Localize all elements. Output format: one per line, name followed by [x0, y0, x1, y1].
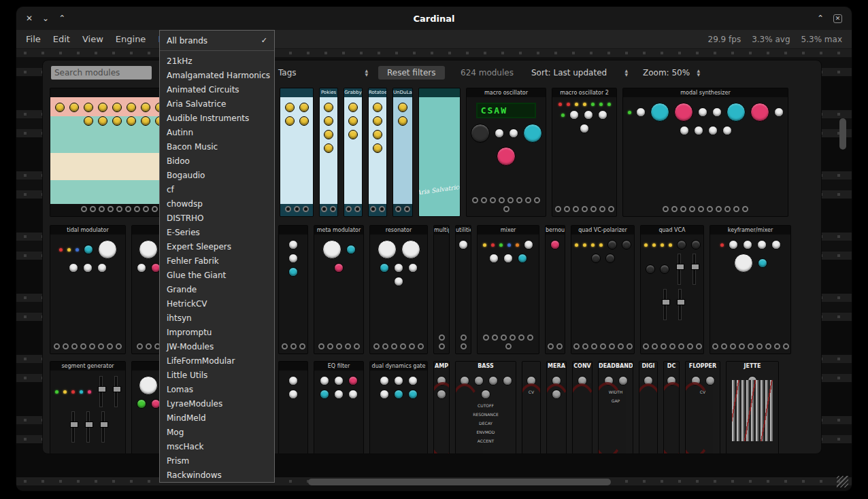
brand-menu-item[interactable]: Bogaudio	[160, 168, 274, 182]
brand-menu-item[interactable]: Expert Sleepers	[160, 239, 274, 254]
brand-menu-item[interactable]: Lomas	[160, 382, 274, 396]
module-tile[interactable]: utilities	[455, 225, 471, 354]
module-tile[interactable]: CV	[522, 361, 541, 453]
brand-menu-item[interactable]: HetrickCV	[160, 296, 274, 311]
keep-above-icon[interactable]: ⌃	[817, 14, 824, 23]
brand-menu-item[interactable]: LyraeModules	[160, 396, 274, 411]
brand-menu-item[interactable]: ihtsyn	[160, 311, 274, 325]
module-tile[interactable]: Aria Salvatrice	[418, 88, 461, 217]
led-icon	[575, 243, 578, 247]
led-icon	[652, 243, 656, 247]
module-tile[interactable]: tidal modulator	[50, 225, 126, 354]
module-tile[interactable]: dual dynamics gate	[369, 361, 428, 453]
port-icon	[54, 343, 60, 349]
module-tile[interactable]: keyframer/mixer	[710, 225, 791, 354]
brand-menu-item[interactable]: Little Utils	[160, 368, 274, 382]
module-tile[interactable]: Grabby	[344, 88, 363, 217]
chevron-down-icon[interactable]: ⌄	[42, 14, 49, 23]
knob-icon	[373, 143, 382, 153]
vertical-scrollbar-thumb[interactable]	[839, 118, 846, 150]
close-icon[interactable]: ✕	[26, 14, 33, 23]
horizontal-scrollbar-thumb[interactable]	[308, 479, 611, 485]
horizontal-scrollbar[interactable]	[26, 479, 814, 485]
module-tile[interactable]: segment generator	[50, 361, 126, 453]
port-icon	[137, 343, 143, 349]
module-tile[interactable]: EQ filter	[314, 361, 364, 453]
module-tile[interactable]: resonator	[369, 225, 428, 354]
menubar-item-edit[interactable]: Edit	[53, 34, 70, 44]
module-tile[interactable]: multiples	[433, 225, 450, 354]
brand-menu-item[interactable]: LifeFormModular	[160, 354, 274, 368]
brand-menu-item[interactable]: All brands✓	[160, 33, 274, 48]
resize-grip-icon[interactable]	[837, 476, 848, 487]
brand-menu-item[interactable]: Grande	[160, 282, 274, 296]
module-tile[interactable]: quad VCA	[640, 225, 704, 354]
module-tile[interactable]: macro oscillator 2	[552, 88, 617, 217]
brand-menu-item[interactable]: chowdsp	[160, 196, 274, 211]
brand-menu-item[interactable]: Animated Circuits	[160, 82, 274, 97]
module-tile[interactable]	[280, 88, 314, 217]
module-tile[interactable]: Pokies	[319, 88, 338, 217]
sort-dropdown[interactable]: Sort: Last updated ▲ ▼	[529, 66, 631, 80]
brand-menu-item[interactable]: Rackwindows	[160, 468, 274, 482]
module-panel	[456, 235, 471, 332]
brand-menu-item[interactable]: Bacon Music	[160, 139, 274, 154]
knob-icon	[299, 103, 309, 112]
knob-icon	[398, 116, 407, 126]
module-tile[interactable]: FLOPPERCV	[685, 361, 720, 453]
module-tile[interactable]: UnDuLaR	[393, 88, 413, 217]
brand-menu-item[interactable]: Mog	[160, 425, 274, 439]
knob-icon	[622, 240, 631, 250]
module-tile[interactable]: Rotatoes	[368, 88, 387, 217]
module-tile[interactable]: macro oscillatorCSAW	[466, 88, 546, 217]
module-tile[interactable]: modal synthesizer	[622, 88, 788, 217]
brand-menu-item[interactable]: Prism	[160, 453, 274, 468]
chevron-up-icon[interactable]: ⌃	[59, 14, 65, 23]
close-box-icon[interactable]: ✕	[833, 14, 842, 23]
module-ports	[552, 204, 616, 216]
brand-menu-item[interactable]: JW-Modules	[160, 339, 274, 354]
port-icon	[282, 343, 288, 349]
module-tile[interactable]: DEADBANDWIDTHGAP	[598, 361, 633, 453]
brand-menu-item-label: Impromptu	[167, 328, 212, 337]
brand-menu-item[interactable]: Autinn	[160, 125, 274, 139]
brand-menu-item[interactable]: Bidoo	[160, 154, 274, 168]
brand-menu-item[interactable]: cf	[160, 182, 274, 196]
brand-menu-item[interactable]: Impromptu	[160, 325, 274, 339]
zoom-dropdown[interactable]: Zoom: 50% ▲ ▼	[640, 66, 703, 80]
module-tile[interactable]	[278, 225, 308, 354]
module-tile[interactable]: meta modulator	[314, 225, 364, 354]
module-tile[interactable]: DC	[663, 361, 680, 453]
knob-label: DECAY	[458, 421, 513, 426]
module-tile[interactable]: JETTE	[726, 361, 779, 453]
brand-menu-item[interactable]: Fehler Fabrik	[160, 254, 274, 268]
module-tile[interactable]: CONV	[572, 361, 592, 453]
module-tile[interactable]: DIGI	[639, 361, 658, 453]
module-tile[interactable]: quad VC-polarizer	[571, 225, 635, 354]
module-title	[522, 362, 540, 371]
menubar-item-view[interactable]: View	[82, 34, 103, 44]
module-tile[interactable]: AMP	[433, 361, 450, 453]
module-tile[interactable]: MERA	[546, 361, 567, 453]
vertical-scrollbar[interactable]	[839, 58, 846, 453]
brand-menu-item[interactable]: mscHack	[160, 439, 274, 453]
knob-icon	[380, 390, 389, 399]
brand-menu-item[interactable]: Audible Instruments	[160, 111, 274, 125]
module-tile[interactable]: mixer	[477, 225, 539, 354]
brand-menu-item[interactable]: Amalgamated Harmonics	[160, 68, 274, 82]
menubar-item-file[interactable]: File	[26, 34, 41, 44]
module-title: CONV	[573, 362, 592, 371]
brand-menu-item[interactable]: Glue the Giant	[160, 268, 274, 282]
module-tile[interactable]	[278, 361, 308, 453]
brand-menu-item[interactable]: DISTRHO	[160, 211, 274, 225]
brand-menu-item[interactable]: E-Series	[160, 225, 274, 239]
search-input[interactable]	[51, 66, 152, 80]
reset-filters-button[interactable]: Reset filters	[378, 66, 445, 80]
menubar-item-engine[interactable]: Engine	[116, 34, 146, 44]
brand-menu-item[interactable]: Aria Salvatrice	[160, 97, 274, 111]
brand-menu-item[interactable]: MindMeld	[160, 411, 274, 425]
module-tile[interactable]: BASSCUTOFFRESONANCEDECAYENVMODACCENT	[455, 361, 516, 453]
module-tile[interactable]: bernoulli gate	[545, 225, 565, 354]
brand-menu-item[interactable]: 21kHz	[160, 54, 274, 68]
tags-filter-dropdown[interactable]: Tags ▲ ▼	[276, 66, 371, 80]
